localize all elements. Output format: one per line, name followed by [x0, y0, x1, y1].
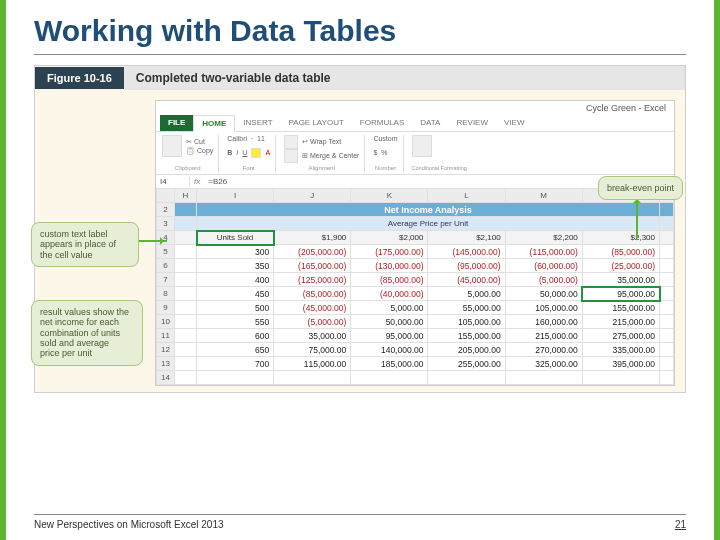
formula-input[interactable]: =B26 — [204, 177, 227, 186]
cell[interactable]: 650 — [197, 343, 274, 357]
header-cell[interactable]: 12 — [157, 343, 175, 357]
cell[interactable]: $1,900 — [274, 231, 351, 245]
header-cell[interactable]: I — [197, 189, 274, 203]
cell[interactable] — [505, 371, 582, 385]
header-cell[interactable]: K — [351, 189, 428, 203]
tab-page-layout[interactable]: PAGE LAYOUT — [281, 115, 352, 131]
cell[interactable] — [175, 287, 197, 301]
header-cell[interactable]: 2 — [157, 203, 175, 217]
cell[interactable]: Units Sold — [197, 231, 274, 245]
cell[interactable]: 400 — [197, 273, 274, 287]
align-icon[interactable] — [284, 135, 298, 149]
cell[interactable]: (45,000.00) — [274, 301, 351, 315]
cell[interactable] — [660, 315, 674, 329]
wrap-text-button[interactable]: ↩ Wrap Text — [302, 138, 341, 146]
cell[interactable] — [660, 329, 674, 343]
cell[interactable]: 205,000.00 — [428, 343, 505, 357]
cell[interactable]: (45,000.00) — [428, 273, 505, 287]
cell[interactable] — [660, 245, 674, 259]
cell[interactable]: (85,000.00) — [351, 273, 428, 287]
cell[interactable]: (5,000.00) — [505, 273, 582, 287]
cell[interactable] — [175, 371, 197, 385]
header-cell[interactable]: H — [175, 189, 197, 203]
cell[interactable] — [175, 315, 197, 329]
cell[interactable]: 155,000.00 — [428, 329, 505, 343]
cell[interactable]: 105,000.00 — [505, 301, 582, 315]
cell[interactable]: 75,000.00 — [274, 343, 351, 357]
cell[interactable]: 600 — [197, 329, 274, 343]
header-cell[interactable]: 10 — [157, 315, 175, 329]
cell[interactable] — [660, 301, 674, 315]
cell[interactable]: 325,000.00 — [505, 357, 582, 371]
font-family-select[interactable]: Calibri — [227, 135, 247, 142]
header-cell[interactable]: L — [428, 189, 505, 203]
name-box[interactable]: I4 — [156, 177, 190, 186]
copy-button[interactable]: 📋 Copy — [186, 147, 213, 155]
cell[interactable] — [351, 371, 428, 385]
tab-data[interactable]: DATA — [412, 115, 448, 131]
fx-icon[interactable]: fx — [190, 177, 204, 186]
cell[interactable]: $2,300 — [582, 231, 659, 245]
header-cell[interactable] — [157, 189, 175, 203]
bold-button[interactable]: B — [227, 149, 232, 156]
cell[interactable] — [660, 203, 674, 217]
cell[interactable]: (130,000.00) — [351, 259, 428, 273]
cell[interactable]: (205,000.00) — [274, 245, 351, 259]
cell[interactable]: 95,000.00 — [351, 329, 428, 343]
cell[interactable]: 155,000.00 — [582, 301, 659, 315]
cell[interactable]: (145,000.00) — [428, 245, 505, 259]
cell[interactable]: $2,000 — [351, 231, 428, 245]
cell[interactable] — [175, 231, 197, 245]
cell[interactable] — [175, 301, 197, 315]
font-size-select[interactable]: 11 — [257, 135, 265, 142]
cell[interactable]: 50,000.00 — [351, 315, 428, 329]
cell[interactable]: 140,000.00 — [351, 343, 428, 357]
cell[interactable]: Average Price per Unit — [197, 217, 660, 231]
cell[interactable]: (60,000.00) — [505, 259, 582, 273]
paste-icon[interactable] — [162, 135, 182, 157]
cell[interactable]: 35,000.00 — [274, 329, 351, 343]
cell[interactable]: 275,000.00 — [582, 329, 659, 343]
header-cell[interactable]: 7 — [157, 273, 175, 287]
cell[interactable]: 50,000.00 — [505, 287, 582, 301]
cell[interactable]: 35,000.00 — [582, 273, 659, 287]
cell[interactable]: 500 — [197, 301, 274, 315]
header-cell[interactable]: 8 — [157, 287, 175, 301]
header-cell[interactable]: M — [505, 189, 582, 203]
cell[interactable]: (5,000.00) — [274, 315, 351, 329]
header-cell[interactable]: J — [274, 189, 351, 203]
cell[interactable] — [660, 217, 674, 231]
cell[interactable]: 115,000.00 — [274, 357, 351, 371]
header-cell[interactable]: 6 — [157, 259, 175, 273]
cell[interactable]: 350 — [197, 259, 274, 273]
cell[interactable] — [660, 371, 674, 385]
cell[interactable] — [175, 259, 197, 273]
cell[interactable]: (175,000.00) — [351, 245, 428, 259]
cell[interactable] — [660, 357, 674, 371]
cell[interactable]: (25,000.00) — [582, 259, 659, 273]
cell[interactable]: 450 — [197, 287, 274, 301]
align-icon-2[interactable] — [284, 149, 298, 163]
merge-button[interactable]: ⊞ Merge & Center — [302, 152, 359, 160]
percent-button[interactable]: % — [381, 149, 387, 156]
cell[interactable]: (165,000.00) — [274, 259, 351, 273]
tab-file[interactable]: FILE — [160, 115, 193, 131]
cell[interactable] — [274, 371, 351, 385]
cell[interactable] — [175, 343, 197, 357]
italic-button[interactable]: I — [236, 149, 238, 156]
cell[interactable]: (115,000.00) — [505, 245, 582, 259]
cell[interactable]: 95,000.00 — [582, 287, 659, 301]
cell[interactable]: 700 — [197, 357, 274, 371]
header-cell[interactable]: 13 — [157, 357, 175, 371]
cell[interactable]: (40,000.00) — [351, 287, 428, 301]
cell[interactable] — [660, 287, 674, 301]
header-cell[interactable]: 9 — [157, 301, 175, 315]
cell[interactable]: 395,000.00 — [582, 357, 659, 371]
tab-review[interactable]: REVIEW — [448, 115, 496, 131]
cell[interactable]: 255,000.00 — [428, 357, 505, 371]
fill-color-icon[interactable] — [251, 148, 261, 158]
cell[interactable] — [175, 329, 197, 343]
cell[interactable]: 215,000.00 — [505, 329, 582, 343]
tab-insert[interactable]: INSERT — [235, 115, 280, 131]
cell[interactable]: 185,000.00 — [351, 357, 428, 371]
